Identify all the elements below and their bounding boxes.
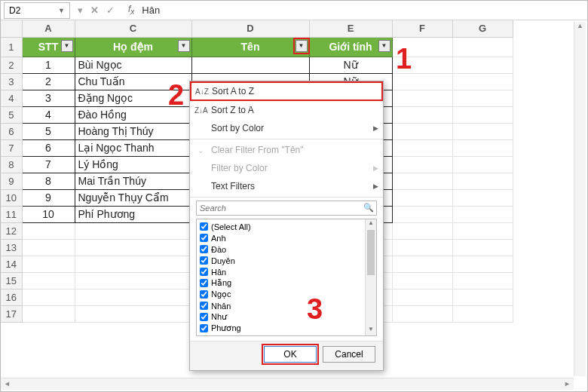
cell-stt[interactable]: 7 bbox=[22, 156, 75, 173]
filter-select-all[interactable]: (Select All) bbox=[198, 221, 375, 232]
cell-hodem[interactable]: Đào Hồng bbox=[75, 106, 191, 123]
column-header-F[interactable]: F bbox=[392, 20, 452, 37]
formula-dropdown-icon[interactable]: ▾ bbox=[78, 5, 83, 16]
filter-item-7-checkbox[interactable] bbox=[200, 313, 208, 321]
empty-cell[interactable] bbox=[392, 57, 452, 73]
filter-item-8[interactable]: Phương bbox=[198, 323, 375, 334]
column-header-D[interactable]: D bbox=[191, 20, 309, 37]
empty-cell[interactable] bbox=[452, 272, 513, 289]
scroll-up-icon[interactable]: ▲ bbox=[574, 22, 586, 29]
cell-stt[interactable]: 6 bbox=[22, 139, 75, 156]
cell-hodem[interactable]: Phí Phương bbox=[75, 206, 191, 222]
cell-hodem[interactable]: Nguyễn Thụy Cẩm bbox=[75, 189, 191, 206]
filter-item-0-checkbox[interactable] bbox=[200, 234, 208, 242]
cell-hodem[interactable]: Chu Tuấn bbox=[75, 73, 191, 90]
filter-item-1[interactable]: Đào bbox=[198, 243, 375, 255]
sort-by-color[interactable]: Sort by Color ▶ bbox=[190, 119, 383, 137]
row-header[interactable]: 14 bbox=[1, 256, 22, 272]
empty-cell[interactable] bbox=[452, 173, 513, 189]
cell-stt[interactable]: 4 bbox=[22, 106, 75, 123]
empty-cell[interactable] bbox=[452, 305, 513, 322]
row-header[interactable]: 11 bbox=[1, 206, 22, 222]
filter-item-5[interactable]: Ngọc bbox=[198, 289, 375, 300]
column-header-G[interactable]: G bbox=[452, 20, 513, 37]
empty-cell[interactable] bbox=[75, 256, 191, 272]
row-header[interactable]: 1 bbox=[1, 37, 22, 57]
empty-cell[interactable] bbox=[392, 305, 452, 322]
empty-cell[interactable] bbox=[392, 272, 452, 289]
empty-cell[interactable] bbox=[22, 305, 75, 322]
row-header[interactable]: 8 bbox=[1, 156, 22, 173]
empty-cell[interactable] bbox=[392, 123, 452, 139]
empty-cell[interactable] bbox=[75, 289, 191, 305]
filter-item-3[interactable]: Hân bbox=[198, 266, 375, 277]
empty-cell[interactable] bbox=[392, 73, 452, 90]
filter-item-4[interactable]: Hằng bbox=[198, 277, 375, 289]
empty-cell[interactable] bbox=[452, 222, 513, 239]
empty-cell[interactable] bbox=[392, 173, 452, 189]
row-header[interactable]: 2 bbox=[1, 57, 22, 73]
row-header[interactable]: 4 bbox=[1, 90, 22, 106]
filter-dropdown-stt[interactable]: ▼ bbox=[61, 40, 73, 52]
empty-cell[interactable] bbox=[452, 256, 513, 272]
filter-item-6[interactable]: Nhân bbox=[198, 300, 375, 311]
vertical-scrollbar[interactable]: ▲ bbox=[574, 22, 586, 376]
filter-item-4-checkbox[interactable] bbox=[200, 279, 208, 287]
cancel-icon[interactable]: ✕ bbox=[90, 5, 99, 16]
filter-dropdown-hodem[interactable]: ▼ bbox=[178, 40, 190, 52]
empty-cell[interactable] bbox=[22, 289, 75, 305]
cell-hodem[interactable]: Mai Trần Thúy bbox=[75, 173, 191, 189]
formula-bar-value[interactable]: Hân bbox=[142, 5, 160, 16]
row-header[interactable]: 13 bbox=[1, 239, 22, 256]
empty-cell[interactable] bbox=[392, 37, 452, 57]
scroll-up-icon[interactable]: ▲ bbox=[366, 219, 376, 229]
cell-hodem[interactable]: Đặng Ngọc bbox=[75, 90, 191, 106]
empty-cell[interactable] bbox=[392, 222, 452, 239]
scroll-right-icon[interactable]: ► bbox=[564, 380, 571, 387]
row-header[interactable]: 9 bbox=[1, 173, 22, 189]
filter-item-2[interactable]: Duyên bbox=[198, 255, 375, 266]
empty-cell[interactable] bbox=[392, 139, 452, 156]
filter-item-2-checkbox[interactable] bbox=[200, 256, 208, 265]
enter-icon[interactable]: ✓ bbox=[106, 5, 115, 16]
filter-dropdown-gioitinh[interactable]: ▼ bbox=[378, 40, 390, 52]
filter-search-input[interactable] bbox=[196, 201, 377, 216]
row-header[interactable]: 6 bbox=[1, 123, 22, 139]
cell-hodem[interactable]: Lại Ngọc Thanh bbox=[75, 139, 191, 156]
column-header-E[interactable]: E bbox=[309, 20, 392, 37]
filter-list-scrollbar[interactable]: ▲ ▼ bbox=[365, 219, 376, 335]
cell-ten[interactable] bbox=[191, 57, 309, 73]
fx-icon[interactable]: fx bbox=[128, 4, 134, 16]
empty-cell[interactable] bbox=[75, 272, 191, 289]
empty-cell[interactable] bbox=[392, 289, 452, 305]
cell-stt[interactable]: 3 bbox=[22, 90, 75, 106]
empty-cell[interactable] bbox=[452, 73, 513, 90]
cell-stt[interactable]: 10 bbox=[22, 206, 75, 222]
scroll-left-icon[interactable]: ◄ bbox=[4, 380, 11, 387]
empty-cell[interactable] bbox=[22, 272, 75, 289]
cell-stt[interactable]: 2 bbox=[22, 73, 75, 90]
empty-cell[interactable] bbox=[392, 256, 452, 272]
scroll-down-icon[interactable]: ▼ bbox=[366, 326, 376, 335]
filter-item-5-checkbox[interactable] bbox=[200, 290, 208, 299]
cell-hodem[interactable]: Lý Hồng bbox=[75, 156, 191, 173]
text-filters[interactable]: Text Filters ▶ bbox=[190, 177, 383, 195]
empty-cell[interactable] bbox=[22, 239, 75, 256]
sort-z-to-a[interactable]: Z↓A Sort Z to A bbox=[190, 101, 383, 119]
empty-cell[interactable] bbox=[452, 37, 513, 57]
horizontal-scrollbar[interactable]: ◄ ► bbox=[1, 378, 574, 390]
column-header-C[interactable]: C bbox=[75, 20, 191, 37]
empty-cell[interactable] bbox=[452, 206, 513, 222]
row-header[interactable]: 10 bbox=[1, 189, 22, 206]
empty-cell[interactable] bbox=[392, 90, 452, 106]
cell-gioitinh[interactable]: Nữ bbox=[309, 57, 392, 73]
empty-cell[interactable] bbox=[452, 90, 513, 106]
row-header[interactable]: 12 bbox=[1, 222, 22, 239]
empty-cell[interactable] bbox=[75, 222, 191, 239]
filter-item-7[interactable]: Như bbox=[198, 311, 375, 323]
ok-button[interactable]: OK bbox=[264, 346, 317, 363]
column-header-A[interactable]: A bbox=[22, 20, 75, 37]
cancel-button[interactable]: Cancel bbox=[323, 346, 375, 363]
row-header[interactable]: 15 bbox=[1, 272, 22, 289]
cell-stt[interactable]: 1 bbox=[22, 57, 75, 73]
